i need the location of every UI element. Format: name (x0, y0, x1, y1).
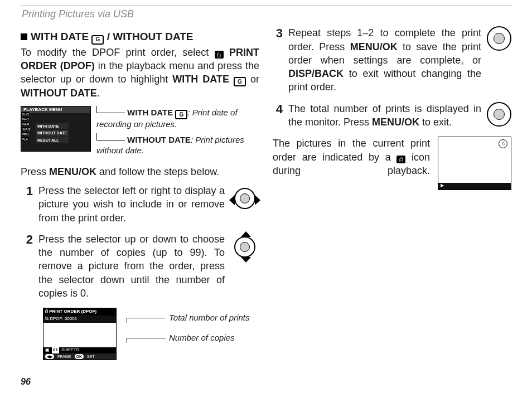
side-item: PLA (21, 137, 29, 142)
submenu-opt: WITH DATE (36, 123, 69, 129)
print-icon: ⎙ (396, 156, 405, 163)
pmo-bold: MENU/OK (49, 166, 96, 177)
print-icon: ⎙ (215, 51, 224, 59)
intro-bold3: WITHOUT DATE (21, 88, 97, 99)
leader-line-icon (96, 106, 125, 113)
date-stamp-icon: G (91, 35, 104, 45)
date-stamp-icon: G (234, 77, 246, 86)
selector-left-right-icon (230, 186, 259, 211)
heading-with: WITH DATE (31, 31, 91, 42)
lcd2-set: SET (87, 354, 95, 359)
playback-indicator-note: The pictures in the current print order … (273, 137, 511, 190)
step-3-text: Repeat steps 1–2 to complete the print o… (288, 26, 481, 94)
lcd2-sheets-num: 01 (52, 347, 59, 353)
lcd-playback-indicator: ⎙ ▶ (438, 137, 511, 190)
heading-slash: / WITHOUT DATE (104, 31, 193, 42)
step-1: 1 Press the selector left or right to di… (23, 184, 259, 225)
callout-copies: Number of copies (169, 328, 235, 348)
running-head: Printing Pictures via USB (22, 7, 511, 21)
step-2: 2 Press the selector up or down to choos… (23, 232, 259, 300)
side-item: PRN (21, 132, 29, 137)
lcd2-sheets-label: SHEETS (61, 347, 79, 353)
left-column: WITH DATE G / WITHOUT DATE To modify the… (21, 26, 259, 362)
lcd1-submenu: WITH DATE WITHOUT DATE RESET ALL (36, 123, 69, 144)
press-menuok-line: Press MENU/OK and follow the steps below… (21, 165, 259, 178)
figure-dpof-order: ⎙ PRINT ORDER (DPOF) ⧉ DPOF: 00001 ▣01SH… (43, 308, 259, 360)
step-3: 3 Repeat steps 1–2 to complete the print… (273, 26, 511, 94)
lcd2-footer: ◀▶FRAMEOKSET (43, 353, 116, 360)
step-2-text: Press the selector up or down to choose … (38, 232, 225, 300)
pmo-seg3: and follow the steps below. (96, 166, 219, 177)
selector-up-down-icon (230, 235, 259, 259)
page: Printing Pictures via USB WITH DATE G / … (21, 6, 511, 388)
callout-withoutdate-label: WITHOUT DATE (127, 135, 191, 144)
side-item: PHO (21, 117, 29, 122)
submenu-opt: RESET ALL (36, 137, 69, 143)
figure2-callouts: Total number of prints Number of copies (127, 308, 250, 348)
lcd-dpof: ⎙ PRINT ORDER (DPOF) ⧉ DPOF: 00001 ▣01SH… (43, 308, 117, 360)
side-item: SLID (21, 112, 29, 117)
selector-dial-icon (487, 102, 511, 127)
pmo-seg1: Press (21, 166, 49, 177)
lcd-playback-menu: PLAYBACK MENU SLID PHO MAR IMAG PRN PLA … (21, 106, 91, 152)
lcd2-bar-sub: ⧉ DPOF: 00001 (43, 316, 116, 323)
figure-playback-menu: PLAYBACK MENU SLID PHO MAR IMAG PRN PLA … (21, 106, 259, 159)
step-number: 4 (273, 101, 283, 129)
submenu-opt: WITHOUT DATE (36, 130, 69, 136)
date-stamp-icon: G (175, 110, 187, 119)
lcd2-bar-top: ⎙ PRINT ORDER (DPOF) (43, 308, 116, 316)
figure1-callouts: WITH DATE G: Print date of recording on … (96, 106, 259, 159)
intro-seg5: or (246, 74, 259, 85)
right-column: 3 Repeat steps 1–2 to complete the print… (273, 26, 511, 362)
step-number: 3 (273, 25, 283, 94)
lcd2-bar-sub-label: DPOF: 00001 (50, 316, 77, 321)
page-number: 96 (21, 376, 511, 388)
step-4: 4 The total number of prints is displaye… (273, 102, 511, 129)
lcd3-foot: ▶ (438, 183, 511, 190)
section-heading: WITH DATE G / WITHOUT DATE (21, 30, 259, 44)
intro-bold2: WITH DATE (172, 74, 234, 85)
step-4-text: The total number of prints is displayed … (288, 102, 481, 129)
selector-dial-icon (487, 26, 511, 51)
step-number: 1 (23, 183, 33, 200)
leader-line-icon (96, 133, 125, 140)
callout-withdate-label: WITH DATE (127, 108, 175, 117)
step-number: 2 (23, 231, 33, 248)
intro-seg1: To modify the DPOF print order, select (21, 47, 215, 58)
lcd1-side-labels: SLID PHO MAR IMAG PRN PLA (21, 112, 29, 143)
lcd2-sheets-row: ▣01SHEETS (43, 347, 116, 353)
side-item: MAR (21, 122, 29, 127)
lcd2-frame: FRAME (57, 354, 71, 359)
callout-total: Total number of prints (169, 308, 250, 328)
lcd2-bar-top-label: PRINT ORDER (DPOF) (49, 309, 96, 314)
playback-note-text: The pictures in the current print order … (273, 137, 430, 177)
square-bullet-icon (21, 33, 27, 40)
lcd1-title: PLAYBACK MENU (21, 106, 90, 114)
step-1-text: Press the selector left or right to disp… (38, 184, 225, 225)
intro-seg7: . (97, 88, 100, 99)
intro-paragraph: To modify the DPOF print order, select ⎙… (21, 46, 259, 100)
leader-line-icon (127, 318, 166, 318)
side-item: IMAG (21, 127, 29, 132)
leader-line-icon (127, 338, 166, 338)
